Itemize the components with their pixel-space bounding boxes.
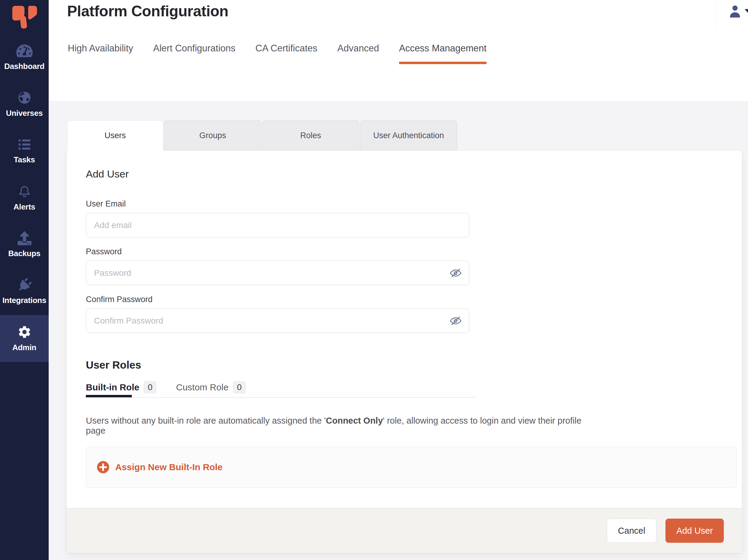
- confirm-password-input[interactable]: [86, 308, 469, 333]
- tab-custom-role[interactable]: Custom Role 0: [176, 381, 246, 394]
- form-footer: Cancel Add User: [67, 508, 742, 553]
- eye-slash-icon: [449, 266, 462, 280]
- access-management-subtabs: Users Groups Roles User Authentication: [67, 120, 748, 150]
- user-email-label: User Email: [86, 199, 742, 209]
- connect-only-role-name: Connect Only: [326, 416, 383, 425]
- yugabyte-y-icon: [10, 5, 39, 30]
- custom-role-count-badge: 0: [233, 381, 246, 394]
- upload-icon: [18, 231, 31, 245]
- built-in-role-count-badge: 0: [144, 381, 157, 394]
- plus-circle-icon: [96, 461, 110, 474]
- roles-note: Users without any built-in role are auto…: [86, 416, 600, 436]
- sidebar-item-dashboard[interactable]: Dashboard: [0, 34, 49, 81]
- eye-slash-icon: [449, 314, 462, 327]
- page-header: Platform Configuration High Availability…: [49, 0, 748, 101]
- sidebar-nav: Dashboard Universes Tasks: [0, 34, 49, 362]
- toggle-confirm-password-visibility-button[interactable]: [449, 314, 463, 328]
- sidebar-item-label: Dashboard: [4, 62, 44, 71]
- user-email-field-group: User Email: [86, 199, 742, 237]
- user-email-input[interactable]: [86, 213, 469, 237]
- tab-roles[interactable]: Roles: [262, 120, 359, 150]
- sidebar-item-alerts[interactable]: Alerts: [0, 174, 49, 221]
- tab-advanced[interactable]: Advanced: [337, 43, 379, 64]
- toggle-password-visibility-button[interactable]: [449, 266, 463, 280]
- sidebar-item-label: Alerts: [14, 202, 36, 212]
- sidebar-item-label: Universes: [6, 109, 43, 118]
- user-avatar-icon: [728, 4, 742, 19]
- confirm-password-field-group: Confirm Password: [86, 295, 742, 333]
- gauge-icon: [16, 44, 33, 58]
- sidebar-item-integrations[interactable]: Integrations: [0, 268, 49, 315]
- add-user-button[interactable]: Add User: [665, 518, 724, 543]
- built-in-role-label: Built-in Role: [86, 382, 139, 393]
- bell-icon: [17, 184, 32, 199]
- sidebar-item-backups[interactable]: Backups: [0, 221, 49, 268]
- sidebar-item-universes[interactable]: Universes: [0, 81, 49, 127]
- assign-built-in-role-label: Assign New Built-In Role: [115, 462, 223, 472]
- header-divider: [716, 0, 717, 29]
- tab-groups[interactable]: Groups: [164, 120, 261, 150]
- tab-built-in-role[interactable]: Built-in Role 0: [86, 381, 157, 394]
- sidebar-item-label: Admin: [13, 343, 36, 352]
- tab-user-authentication[interactable]: User Authentication: [360, 120, 457, 150]
- assign-built-in-role-button[interactable]: Assign New Built-In Role: [86, 447, 737, 488]
- role-tabs-underline: [86, 395, 476, 398]
- custom-role-label: Custom Role: [176, 382, 228, 393]
- sidebar-item-label: Tasks: [14, 155, 35, 164]
- list-icon: [18, 138, 31, 151]
- cancel-button[interactable]: Cancel: [607, 518, 656, 543]
- tab-users[interactable]: Users: [67, 120, 163, 150]
- access-management-content: Users Groups Roles User Authentication A…: [49, 101, 748, 560]
- gear-icon: [17, 325, 32, 339]
- user-menu[interactable]: [728, 4, 742, 19]
- sidebar-item-tasks[interactable]: Tasks: [0, 127, 49, 174]
- page-title: Platform Configuration: [67, 2, 228, 20]
- tab-ca-certificates[interactable]: CA Certificates: [256, 43, 318, 64]
- add-user-heading: Add User: [86, 168, 742, 180]
- plug-icon: [18, 278, 31, 292]
- sidebar-item-admin[interactable]: Admin: [0, 315, 49, 362]
- chevron-down-icon[interactable]: [745, 9, 748, 14]
- tab-access-management[interactable]: Access Management: [399, 43, 487, 64]
- add-user-panel: Add User User Email Password: [67, 150, 742, 553]
- sidebar-item-label: Backups: [8, 249, 40, 258]
- role-type-tabs: Built-in Role 0 Custom Role 0: [86, 381, 742, 394]
- sidebar-item-label: Integrations: [2, 296, 46, 305]
- yugabyte-logo[interactable]: [0, 0, 49, 34]
- tab-high-availability[interactable]: High Availability: [68, 43, 133, 64]
- sidebar: Dashboard Universes Tasks: [0, 0, 49, 560]
- tab-alert-configurations[interactable]: Alert Configurations: [153, 43, 236, 64]
- user-roles-heading: User Roles: [86, 359, 742, 371]
- confirm-password-label: Confirm Password: [86, 295, 742, 304]
- platform-config-tabs: High Availability Alert Configurations C…: [68, 43, 487, 64]
- password-label: Password: [86, 247, 742, 256]
- password-input[interactable]: [86, 261, 469, 285]
- password-field-group: Password: [86, 247, 742, 285]
- globe-icon: [17, 90, 32, 105]
